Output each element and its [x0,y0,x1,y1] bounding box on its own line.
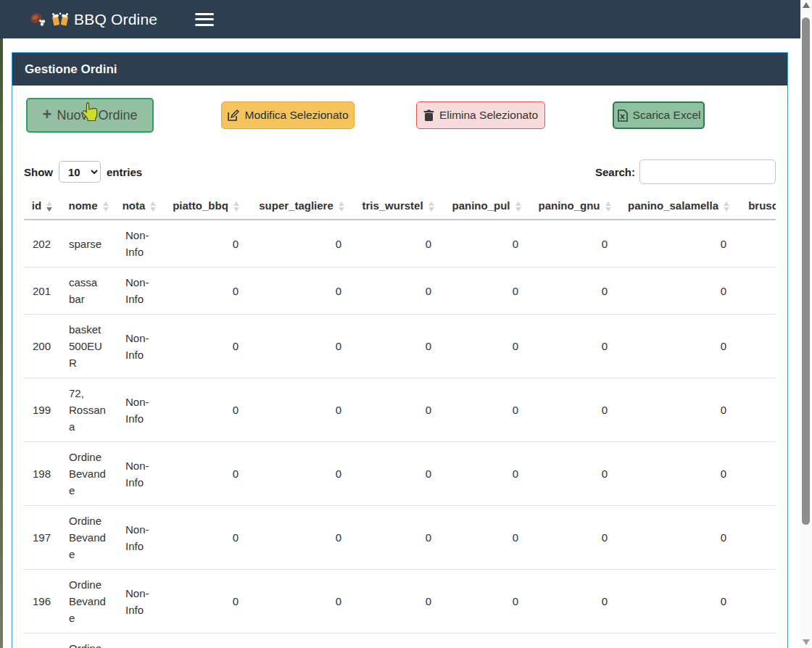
cell-bruschetta [738,220,776,267]
cell-piatto_bbq: 0 [162,378,250,442]
orders-table-wrapper: idnomenotapiatto_bbqsuper_taglieretris_w… [24,194,776,648]
column-header-piatto_bbq[interactable]: piatto_bbq [162,194,250,220]
sort-arrows-icon [233,202,239,212]
column-header-panino_pul[interactable]: panino_pul [443,194,530,220]
cell-panino_salamella: 0 [619,570,738,634]
cell-panino_salamella: 0 [619,378,738,442]
edit-selected-button[interactable]: Modifica Selezionato [221,101,355,129]
sort-arrows-icon [428,202,434,212]
table-row[interactable]: 200basket 500EURNon-Info000000 [24,315,776,378]
vertical-scrollbar[interactable] [800,0,812,648]
cell-panino_gnu: 0 [530,570,619,634]
cell-nota: Non-Info [117,634,162,648]
hamburger-menu-icon[interactable] [195,12,214,27]
column-header-super_tagliere[interactable]: super_tagliere [250,194,353,220]
cell-nome: Ordine Bevande [60,634,117,648]
sort-arrows-icon [724,202,729,212]
cell-panino_salamella: 0 [619,220,738,267]
cell-nota: Non-Info [117,267,162,315]
cell-tris_wurstel: 0 [353,315,443,378]
search-input[interactable] [639,159,776,184]
edit-pencil-icon [227,109,239,122]
sort-arrows-icon [150,202,156,212]
table-row[interactable]: 201cassa barNon-Info000000 [24,267,776,315]
show-label: Show [24,166,53,178]
scroll-up-arrow-icon[interactable] [803,2,810,8]
column-header-tris_wurstel[interactable]: tris_wurstel [353,194,443,220]
new-order-button[interactable]: + Nuovo Ordine [26,98,154,133]
cell-super_tagliere: 0 [250,315,353,378]
sort-arrows-icon [339,202,344,212]
cell-id: 199 [24,378,60,442]
cell-nome: cassa bar [60,267,117,315]
cell-panino_gnu: 0 [530,315,619,378]
cell-id: 196 [24,570,60,634]
entries-label: entries [107,166,142,178]
trash-icon [423,109,434,122]
column-header-bruschetta[interactable]: bruschetta [738,194,776,220]
cell-panino_salamella: 0 [619,267,738,315]
cell-panino_salamella: 0 [619,315,738,378]
entries-length-control: Show 10 entries [24,161,142,183]
cell-tris_wurstel: 0 [353,378,443,442]
cell-tris_wurstel: 0 [353,220,443,267]
cell-panino_gnu: 0 [530,506,619,570]
cell-nota: Non-Info [117,220,162,267]
cell-panino_pul: 0 [443,220,530,267]
cell-id: 200 [24,315,60,378]
scrollbar-thumb[interactable] [802,17,810,525]
scroll-down-arrow-icon[interactable] [803,639,810,645]
delete-selected-button[interactable]: Elimina Selezionato [416,101,545,129]
cell-id: 197 [24,506,60,570]
table-controls: Show 10 entries Search: [24,159,776,184]
column-header-panino_gnu[interactable]: panino_gnu [530,194,619,220]
cell-bruschetta [738,315,776,378]
sort-arrows-icon [46,202,52,212]
cell-piatto_bbq: 0 [162,506,250,570]
cell-panino_pul: 0 [443,506,530,570]
cell-tris_wurstel: 0 [353,570,443,634]
page-size-select[interactable]: 10 [59,161,101,183]
cell-panino_pul: 0 [443,634,530,648]
column-header-nome[interactable]: nome [60,194,117,220]
cell-nota: Non-Info [117,506,162,570]
cell-nome: sparse [60,220,117,267]
cell-bruschetta [738,378,776,442]
orders-table: idnomenotapiatto_bbqsuper_taglieretris_w… [24,194,776,648]
cell-nome: Ordine Bevande [60,506,117,570]
cell-piatto_bbq: 0 [162,442,250,506]
table-row[interactable]: 195Ordine BevandeNon-Info000000 [24,634,776,648]
cell-panino_pul: 0 [443,315,530,378]
column-header-panino_salamella[interactable]: panino_salamella [619,194,738,220]
cell-panino_salamella: 0 [619,506,738,570]
table-row[interactable]: 197Ordine BevandeNon-Info000000 [24,506,776,570]
cell-nota: Non-Info [117,442,162,506]
page-title: Gestione Ordini [25,62,117,77]
page-background-sliver [0,36,3,648]
sort-arrows-icon [605,202,611,212]
cell-bruschetta [738,570,776,634]
cell-nome: Ordine Bevande [60,442,117,506]
download-excel-button[interactable]: Scarica Excel [613,101,705,129]
column-header-nota[interactable]: nota [117,194,162,220]
navbar-brand[interactable]: BBQ Ordine [29,11,157,28]
sort-arrows-icon [103,202,109,212]
cell-tris_wurstel: 0 [353,442,443,506]
meat-on-bone-icon [29,12,46,28]
cell-piatto_bbq: 0 [162,570,250,634]
cell-panino_gnu: 0 [530,267,619,315]
cell-tris_wurstel: 0 [353,634,443,648]
cell-super_tagliere: 0 [250,570,353,634]
cell-id: 195 [24,634,60,648]
cell-tris_wurstel: 0 [353,267,443,315]
search-label: Search: [595,166,635,178]
table-row[interactable]: 19972, RossanaNon-Info000000 [24,378,776,442]
cell-id: 201 [24,267,60,315]
table-row[interactable]: 198Ordine BevandeNon-Info000000 [24,442,776,506]
table-row[interactable]: 196Ordine BevandeNon-Info000000 [24,570,776,634]
column-header-id[interactable]: id [24,194,60,220]
table-row[interactable]: 202sparseNon-Info000000 [24,220,776,267]
cell-nota: Non-Info [117,378,162,442]
cell-super_tagliere: 0 [250,506,353,570]
cell-panino_gnu: 0 [530,378,619,442]
